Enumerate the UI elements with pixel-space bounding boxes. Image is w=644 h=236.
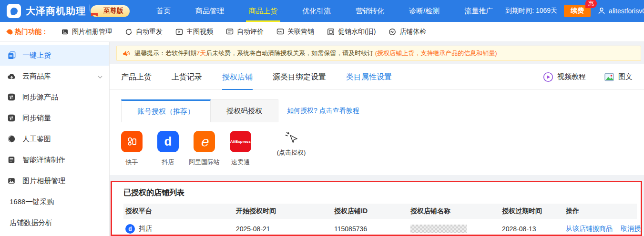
sidebar-item-shop-data-analysis[interactable]: 店铺数据分析 <box>0 212 109 233</box>
alibaba-icon[interactable]: e <box>194 131 215 152</box>
promo-badge: 惠 <box>585 0 597 8</box>
app-window: 大泽商机助理 至尊版 首页 商品管理 商品上货 优化引流 营销转化 诊断/检测 … <box>0 0 644 236</box>
platform-douyin-shop[interactable]: d 抖店 <box>157 131 179 167</box>
col-expire-date: 授权过期时间 <box>502 207 566 216</box>
tab-listing-records[interactable]: 上货记录 <box>172 64 202 90</box>
click-to-authorize[interactable]: (点击授权) <box>270 131 313 157</box>
cell-actions: 从该店铺搬商品 取消授权 <box>566 225 641 233</box>
sidebar-item-smart-detail-maker[interactable]: 智能详情制作 <box>0 149 109 170</box>
nav-traffic-promotion[interactable]: 流量推广 <box>452 0 505 22</box>
quick-item-auto-review[interactable]: 自动评价 <box>226 28 264 36</box>
quick-item-main-video[interactable]: 主图视频 <box>175 28 213 36</box>
col-actions: 操作 <box>566 207 637 216</box>
detail-doc-icon <box>7 156 16 164</box>
sidebar-item-sync-sales[interactable]: 同步销量 <box>0 108 109 128</box>
col-start-date: 开始授权时间 <box>236 207 334 216</box>
quick-item-album-management[interactable]: 图片相册管理 <box>61 28 112 36</box>
chevron-down-icon <box>98 72 102 80</box>
nav-marketing-conversion[interactable]: 营销转化 <box>343 0 397 22</box>
topbar: 大泽商机助理 至尊版 首页 商品管理 商品上货 优化引流 营销转化 诊断/检测 … <box>0 0 644 22</box>
cursor-click-icon <box>284 131 298 146</box>
cancel-authorization-link[interactable]: 取消授权 <box>621 225 641 232</box>
topbar-right: 到期时间: 1069天 续费 惠 alitestforisv02 <box>505 5 644 17</box>
nav-diagnosis-check[interactable]: 诊断/检测 <box>397 0 452 22</box>
move-products-link[interactable]: 从该店铺搬商品 <box>566 225 613 232</box>
notice-banner: 温馨提示：若软件到期7天后未续费，系统将自动清除授权关系，如需保留，请及时续订 … <box>116 46 641 61</box>
album-icon <box>61 28 69 36</box>
quick-item-promo-watermark[interactable]: 促销水印(旧) <box>327 28 376 36</box>
table-row: d 抖店 2025-08-21 115085736 2028-08-13 从该店… <box>123 219 641 236</box>
marketing-icon <box>276 28 284 36</box>
comment-icon <box>226 28 234 36</box>
main-content: 温馨提示：若软件到期7天后未续费，系统将自动清除授权关系，如需保留，请及时续订 … <box>110 42 644 236</box>
cell-expire-date: 2028-08-13 <box>502 225 566 233</box>
col-shop-id: 授权店铺ID <box>334 207 410 216</box>
user-account[interactable]: alitestforisv02 <box>597 7 644 15</box>
quick-item-shop-checkup[interactable]: 店铺体检 <box>388 28 426 36</box>
app-title: 大泽商机助理 <box>26 5 86 18</box>
table-header: 授权平台 开始授权时间 授权店铺ID 授权店铺名称 授权过期时间 操作 <box>123 204 637 219</box>
platform-list: 快手 d 抖店 e 阿里国际站 AliExpress 速卖通 <box>121 122 633 175</box>
sidebar-item-manual-image-review[interactable]: 人工鉴图 <box>0 128 109 149</box>
sidebar-item-sync-source-products[interactable]: 同步源产品 <box>0 87 109 108</box>
flame-icon <box>6 28 14 36</box>
sidebar: 一键上货 云商品库 同步源产品 同步销量 人工鉴图 智能详情制作 <box>0 42 110 236</box>
refresh-icon <box>125 28 133 36</box>
tab-authorized-shops[interactable]: 授权店铺 <box>222 64 253 90</box>
expire-time-label: 到期时间: 1069天 <box>505 7 557 15</box>
video-tutorial-link[interactable]: 视频教程 <box>543 72 586 82</box>
tab-account-authorization[interactable]: 账号授权（推荐） <box>121 99 211 122</box>
cell-shop-name <box>410 225 502 233</box>
douyin-shop-icon: d <box>125 224 135 234</box>
tab-category-attributes[interactable]: 类目属性设置 <box>346 64 392 90</box>
auth-method-tabs: 账号授权（推荐） 授权码授权 如何授权? 点击查看教程 <box>121 99 633 122</box>
watermark-icon <box>327 28 335 36</box>
quick-function-bar: 热门功能： 图片相册管理 自动重发 主图视频 自动评价 关联营销 促销水印(旧)… <box>0 22 644 42</box>
sidebar-item-album-management[interactable]: 图片相册管理 <box>0 170 109 191</box>
image-review-icon <box>7 135 16 143</box>
quick-item-related-marketing[interactable]: 关联营销 <box>276 28 314 36</box>
nav-traffic-optimization[interactable]: 优化引流 <box>290 0 343 22</box>
authorized-list-title: 已授权的店铺列表 <box>123 188 641 198</box>
docs-icon <box>7 51 16 60</box>
app-logo[interactable]: 大泽商机助理 <box>7 4 86 18</box>
how-to-authorize-link[interactable]: 如何授权? 点击查看教程 <box>287 99 359 122</box>
aliexpress-icon[interactable]: AliExpress <box>230 131 251 152</box>
sidebar-item-cloud-product-library[interactable]: 云商品库 <box>0 66 109 87</box>
sidebar-item-1688-purchase[interactable]: 1688一键采购 <box>0 191 109 212</box>
version-badge-label: 至尊版 <box>103 7 123 15</box>
col-shop-name: 授权店铺名称 <box>410 207 502 216</box>
user-icon <box>597 7 606 15</box>
cloud-upload-icon <box>7 72 16 81</box>
cell-shop-id: 115085736 <box>334 225 410 233</box>
cell-platform: d 抖店 <box>125 224 236 234</box>
speaker-icon <box>121 49 131 58</box>
quick-item-auto-repost[interactable]: 自动重发 <box>125 28 163 36</box>
image-tutorial-link[interactable]: 图文 <box>604 72 633 82</box>
nav-product-management[interactable]: 商品管理 <box>183 0 236 22</box>
sidebar-item-one-click-listing[interactable]: 一键上货 <box>0 45 109 66</box>
notice-text: 温馨提示：若软件到期7天后未续费，系统将自动清除授权关系，如需保留，请及时续订 … <box>134 49 497 58</box>
username: alitestforisv02 <box>609 7 644 15</box>
platform-kuaishou[interactable]: 快手 <box>121 131 143 167</box>
platform-aliexpress[interactable]: AliExpress 速卖通 <box>230 131 251 167</box>
content-tabs: 产品上货 上货记录 授权店铺 源类目绑定设置 类目属性设置 视频教程 图文 <box>110 64 644 90</box>
nav-home[interactable]: 首页 <box>144 0 183 22</box>
top-nav: 首页 商品管理 商品上货 优化引流 营销转化 诊断/检测 流量推广 <box>144 0 505 22</box>
medal-icon <box>89 4 102 17</box>
listing-panel: 产品上货 上货记录 授权店铺 源类目绑定设置 类目属性设置 视频教程 图文 <box>110 64 644 175</box>
album-icon <box>7 177 16 185</box>
sync-icon <box>7 93 16 101</box>
col-platform: 授权平台 <box>125 207 236 216</box>
version-badge[interactable]: 至尊版 <box>91 5 130 17</box>
cell-start-date: 2025-08-21 <box>236 225 334 233</box>
tab-code-authorization[interactable]: 授权码授权 <box>211 99 278 122</box>
renew-button[interactable]: 续费 惠 <box>564 5 591 17</box>
platform-alibaba-international[interactable]: e 阿里国际站 <box>194 131 215 167</box>
tab-source-category-binding[interactable]: 源类目绑定设置 <box>273 64 326 90</box>
health-check-icon <box>388 28 396 36</box>
kuaishou-icon[interactable] <box>121 131 143 152</box>
nav-product-listing[interactable]: 商品上货 <box>236 0 290 22</box>
tab-product-listing[interactable]: 产品上货 <box>121 64 152 90</box>
douyin-shop-icon[interactable]: d <box>157 131 179 152</box>
